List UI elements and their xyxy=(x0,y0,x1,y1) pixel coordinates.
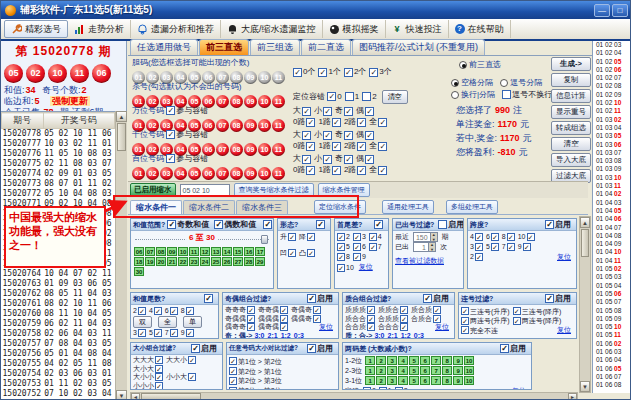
checkbox-第2位 > 第1位[interactable]: 第2位 > 第1位 xyxy=(229,367,282,376)
query-filter-button[interactable]: 查询奖号缩水条件过滤 xyxy=(234,183,314,197)
checkbox-0个[interactable]: 0个 xyxy=(293,66,315,78)
checkbox-enable[interactable] xyxy=(204,294,213,303)
shrink-numbers-input[interactable]: 05 02 10 xyxy=(180,184,230,196)
result-combination[interactable]: 01 02 09 xyxy=(596,91,631,99)
value-cell-5[interactable]: 5 xyxy=(409,376,419,385)
value-cell-4[interactable]: 4 xyxy=(398,366,408,375)
lottery-ball-07[interactable]: 07 xyxy=(216,167,229,180)
checkbox-3个[interactable]: 3个 xyxy=(369,66,391,78)
value-cell-2[interactable]: 2 xyxy=(376,366,386,375)
checkbox-全[interactable]: 全 xyxy=(369,164,387,176)
checkbox-第2位 > 第3位[interactable]: 第2位 > 第3位 xyxy=(229,376,282,385)
draw-history-row[interactable]: 1502075402 03 06 03 01 xyxy=(2,369,115,379)
checkbox-2[interactable]: 2 xyxy=(133,306,146,316)
value-cell-2[interactable]: 2 xyxy=(376,356,386,365)
result-combination[interactable]: 01 06 05 xyxy=(596,365,631,373)
ratio-link-0:3[interactable]: 0:3 xyxy=(294,332,304,339)
value-cell-25[interactable]: 25 xyxy=(211,257,221,266)
checkbox-降[interactable]: 降 xyxy=(299,232,315,242)
appeared-times-spinner[interactable]: 1▲▼ xyxy=(413,242,436,252)
tab-front3-group[interactable]: 前三组选 xyxy=(250,39,300,55)
value-cell-21[interactable]: 21 xyxy=(167,257,177,266)
value-cell-14[interactable]: 14 xyxy=(222,247,232,256)
reset-link[interactable]: 复位 xyxy=(557,252,571,262)
even-button[interactable]: 双 xyxy=(133,316,152,328)
all-button[interactable]: 全 xyxy=(158,316,177,328)
checkbox-1路[interactable]: 1路 xyxy=(318,116,340,128)
checkbox-奇奇奇[interactable]: 奇奇奇 xyxy=(225,306,255,315)
result-combination[interactable]: 01 04 08 xyxy=(596,232,631,240)
checkbox-enable[interactable]: 启用 xyxy=(500,343,526,354)
result-combination[interactable]: 01 03 04 xyxy=(596,124,631,132)
position-shrink-button[interactable]: 定位缩水条件 xyxy=(314,200,366,214)
scroll-up-icon[interactable]: ▲ xyxy=(580,217,590,228)
draw-history-row[interactable]: 1502076108 02 10 11 06 xyxy=(2,299,115,309)
value-cell-07[interactable]: 07 xyxy=(145,247,155,256)
minimize-button[interactable]: — xyxy=(594,4,610,17)
value-cell-10[interactable]: 10 xyxy=(178,247,188,256)
toolbar-button-simulate-draw[interactable]: 模拟摇奖 xyxy=(323,20,386,38)
draw-history-row[interactable]: 1502075504 02 05 11 08 xyxy=(2,359,115,369)
lottery-ball-08[interactable]: 08 xyxy=(230,143,243,156)
draw-history-row[interactable]: 1502075207 10 02 03 04 xyxy=(2,389,115,399)
result-combination[interactable]: 01 03 09 xyxy=(596,165,631,173)
result-combination[interactable]: 01 03 07 xyxy=(596,149,631,157)
maximize-button[interactable]: □ xyxy=(612,4,628,17)
checkbox-enable[interactable]: 启用 xyxy=(438,219,464,230)
checkbox-合质质[interactable]: 合质质 xyxy=(378,315,408,324)
checkbox-odd-sum[interactable]: 奇数和值 xyxy=(167,219,209,230)
checkbox-9[interactable]: 9 xyxy=(353,252,366,262)
value-cell-3[interactable]: 3 xyxy=(387,356,397,365)
checkbox-第3位 > 第2位[interactable]: 第3位 > 第2位 xyxy=(229,386,282,390)
ratio-link-3:0[interactable]: 3:0 xyxy=(254,332,264,339)
lottery-ball-07[interactable]: 07 xyxy=(216,143,229,156)
draw-history-row[interactable]: 1502075301 11 02 03 05 xyxy=(2,379,115,389)
checkbox-质质合[interactable]: 质质合 xyxy=(378,306,408,315)
result-combination[interactable]: 01 04 05 xyxy=(596,207,631,215)
draw-history-row[interactable]: 1502077205 10 04 08 03 xyxy=(2,189,115,199)
result-combination[interactable]: 01 03 05 xyxy=(596,132,631,140)
checkbox-合合合[interactable]: 合合合 xyxy=(378,323,408,332)
value-cell-09[interactable]: 09 xyxy=(167,247,177,256)
to-group-button[interactable]: 转成组选 xyxy=(551,121,591,135)
checkbox-9[interactable]: 9 xyxy=(518,242,531,252)
toolbar-button-pool-monitor[interactable]: 大底/缩水遗漏监控 xyxy=(221,20,323,38)
checkbox-两连号(升序)[interactable]: 两连号(升序) xyxy=(461,316,510,325)
value-cell-13[interactable]: 13 xyxy=(211,247,221,256)
toolbar-button-online-help[interactable]: ? 在线帮助 xyxy=(449,20,511,38)
scroll-right-icon[interactable]: ► xyxy=(568,393,577,400)
value-cell-22[interactable]: 22 xyxy=(178,257,188,266)
checkbox-0路[interactable]: 0路 xyxy=(293,164,315,176)
result-combination[interactable]: 01 03 06 xyxy=(596,141,631,149)
scroll-left-icon[interactable]: ◄ xyxy=(131,393,140,400)
result-combination[interactable]: 01 02 07 xyxy=(596,74,631,82)
lottery-ball-05[interactable]: 05 xyxy=(188,167,201,180)
value-cell-23[interactable]: 23 xyxy=(189,257,199,266)
result-combination[interactable]: 01 02 03 xyxy=(596,41,631,49)
checkbox-0[interactable]: 0 xyxy=(363,386,376,390)
checkbox-质合质[interactable]: 质合质 xyxy=(411,306,441,315)
result-combination[interactable]: 01 03 08 xyxy=(596,157,631,165)
checkbox-偶奇奇[interactable]: 偶奇奇 xyxy=(225,323,255,332)
clear-results-button[interactable]: 清空 xyxy=(551,137,591,151)
scroll-down-icon[interactable]: ▼ xyxy=(580,381,590,392)
checkbox-enable[interactable]: 启用 xyxy=(423,293,449,304)
toolbar-button-omission-analysis[interactable]: 遗漏分析和推荐 xyxy=(131,20,221,38)
checkbox-enable[interactable]: 启用 xyxy=(307,343,333,354)
draw-history-row[interactable]: 1502075707 08 04 03 05 xyxy=(2,339,115,349)
value-cell-7[interactable]: 7 xyxy=(431,366,441,375)
shrink-enabled-button[interactable]: 已启用缩水 xyxy=(130,183,176,197)
checkbox-enable[interactable]: 启用 xyxy=(191,343,217,354)
checkbox-全[interactable]: 全 xyxy=(369,116,387,128)
checkbox-1[interactable]: 1 xyxy=(345,91,359,103)
value-cell-8[interactable]: 8 xyxy=(442,356,452,365)
checkbox-enable[interactable]: 启用 xyxy=(263,219,274,230)
value-cell-6[interactable]: 6 xyxy=(420,376,430,385)
value-cell-16[interactable]: 16 xyxy=(244,247,254,256)
checkbox-全[interactable]: 全 xyxy=(369,140,387,152)
checkbox-三连号(升序)[interactable]: 三连号(升序) xyxy=(461,307,510,316)
checkbox-enable[interactable] xyxy=(374,220,383,229)
value-cell-8[interactable]: 8 xyxy=(442,366,452,375)
checkbox-5[interactable]: 5 xyxy=(337,242,350,252)
checkbox-偶偶奇[interactable]: 偶偶奇 xyxy=(291,315,321,324)
